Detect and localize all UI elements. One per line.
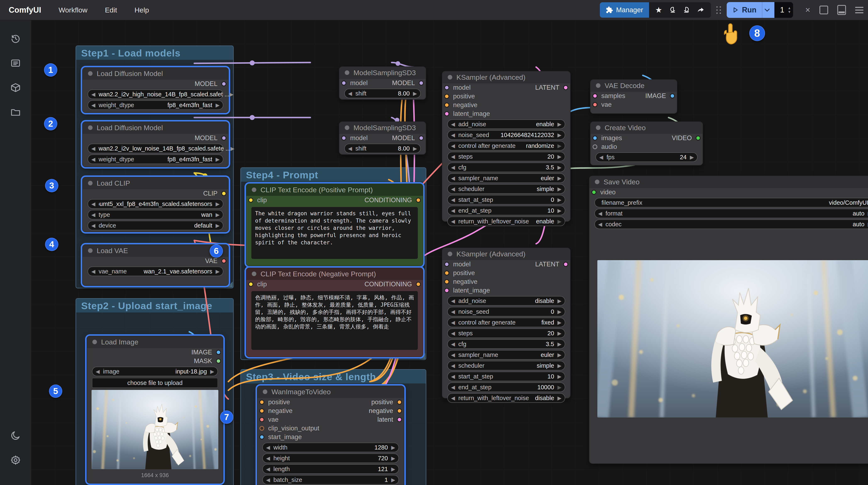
arrow-left-icon[interactable]: ◀ — [266, 466, 270, 472]
collapse-dot[interactable] — [88, 248, 93, 253]
arrow-right-icon[interactable]: ▶ — [558, 384, 561, 390]
arrow-left-icon[interactable]: ◀ — [451, 175, 455, 181]
arrow-right-icon[interactable]: ▶ — [216, 201, 220, 207]
cleaner-icon[interactable] — [669, 6, 676, 14]
input-dot-model[interactable] — [341, 136, 346, 141]
widget-noise-seed[interactable]: ◀noise_seed1042664824122032▶ — [447, 130, 565, 140]
menu-help[interactable]: Help — [134, 6, 149, 14]
widget-fps[interactable]: ◀fps24▶ — [595, 152, 698, 162]
arrow-left-icon[interactable]: ◀ — [598, 221, 602, 228]
output-dot-vae[interactable] — [221, 259, 226, 264]
arrow-left-icon[interactable]: ◀ — [598, 211, 602, 216]
arrow-left-icon[interactable]: ◀ — [451, 121, 455, 127]
node-header[interactable]: ModelSamplingSD3 — [339, 122, 426, 134]
collapse-dot[interactable] — [88, 125, 93, 130]
bottom-panel-toggle[interactable] — [837, 5, 846, 15]
output-dot-model[interactable] — [221, 136, 226, 141]
arrow-right-icon[interactable]: ▶ — [558, 154, 561, 160]
widget-add-noise[interactable]: ◀add_noiseenable▶ — [447, 119, 565, 129]
toolbar-drag-handle[interactable] — [716, 6, 721, 14]
widget-clip-name[interactable]: ◀clip ...umt5_xxl_fp8_e4m3fn_scaled.safe… — [88, 199, 223, 209]
collapse-dot[interactable] — [596, 125, 600, 130]
arrow-right-icon[interactable]: ▶ — [690, 154, 694, 160]
input-dot-audio[interactable] — [593, 145, 597, 149]
input-dot-video[interactable] — [592, 190, 596, 195]
node-create-video[interactable]: Create Video imagesVIDEO audio ◀fps24▶ — [590, 121, 703, 165]
input-dot-clip-vision-output[interactable] — [259, 426, 264, 431]
node-vae-decode[interactable]: VAE Decode samplesIMAGE vae — [590, 79, 677, 114]
output-dot-positive[interactable] — [397, 400, 402, 405]
arrow-right-icon[interactable]: ▶ — [391, 445, 395, 451]
widget-cfg[interactable]: ◀cfg3.5▶ — [447, 339, 565, 349]
widget-height[interactable]: ◀height720▶ — [262, 453, 399, 463]
arrow-right-icon[interactable]: ▶ — [558, 341, 561, 347]
arrow-left-icon[interactable]: ◀ — [451, 309, 455, 315]
widget-batch-size[interactable]: ◀batch_size1▶ — [262, 475, 399, 485]
widget-return-with-leftover-noise[interactable]: ◀return_with_leftover_noiseenable▶ — [447, 216, 565, 226]
arrow-right-icon[interactable]: ▶ — [558, 186, 561, 192]
arrow-right-icon[interactable]: ▶ — [558, 320, 561, 326]
theme-toggle-button[interactable] — [10, 430, 21, 442]
widget-cfg[interactable]: ◀cfg3.5▶ — [447, 162, 565, 172]
arrow-right-icon[interactable]: ▶ — [229, 91, 234, 97]
widget-noise-seed[interactable]: ◀noise_seed0▶ — [447, 307, 565, 316]
arrow-right-icon[interactable]: ▶ — [391, 477, 395, 483]
node-header[interactable]: Load Diffusion Model — [83, 68, 228, 80]
node-header[interactable]: Load CLIP — [83, 177, 228, 189]
reroute-dot[interactable] — [250, 60, 255, 65]
collapse-dot[interactable] — [263, 390, 267, 394]
batch-count-spinner[interactable]: ▲▼ — [788, 6, 791, 14]
node-header[interactable]: KSampler (Advanced) — [442, 248, 570, 260]
node-load-diffusion-model-1[interactable]: Load Diffusion Model MODEL ◀wan2.2_i2v_h… — [82, 67, 229, 113]
negative-prompt-textarea[interactable]: 色调艳丽, 过曝, 静态, 细节模糊不清, 字幕, 风格, 作品, 画作, 画面… — [251, 291, 418, 350]
arrow-left-icon[interactable]: ◀ — [451, 132, 455, 138]
arrow-left-icon[interactable]: ◀ — [451, 164, 455, 171]
node-header[interactable]: ModelSamplingSD3 — [339, 67, 426, 79]
widget-end-at-step[interactable]: ◀end_at_step10000▶ — [447, 383, 565, 392]
input-dot-vae[interactable] — [593, 102, 597, 107]
input-dot-positive[interactable] — [444, 271, 449, 275]
widget-device[interactable]: ◀devicedefault▶ — [88, 221, 223, 230]
collapse-dot[interactable] — [448, 252, 452, 256]
input-dot-latent-image[interactable] — [444, 112, 449, 116]
widget-weight-dtype[interactable]: ◀weight_dtypefp8_e4m3fn_fast▶ — [88, 100, 223, 110]
arrow-right-icon[interactable]: ▶ — [413, 146, 417, 152]
arrow-left-icon[interactable]: ◀ — [451, 186, 455, 192]
input-dot-positive[interactable] — [444, 94, 449, 99]
run-options-button[interactable] — [762, 2, 774, 18]
widget-width[interactable]: ◀width1280▶ — [262, 443, 399, 452]
node-header[interactable]: CLIP Text Encode (Positive Prompt) — [246, 184, 423, 196]
arrow-right-icon[interactable]: ▶ — [558, 363, 561, 369]
arrow-left-icon[interactable]: ◀ — [451, 373, 455, 380]
node-model-sampling-sd3-1[interactable]: ModelSamplingSD3 modelMODEL ◀shift8.00▶ — [339, 66, 426, 100]
collapse-dot[interactable] — [88, 181, 93, 185]
widget-sampler-name[interactable]: ◀sampler_nameeuler▶ — [447, 350, 565, 360]
output-dot-latent[interactable] — [397, 417, 402, 422]
collapse-dot[interactable] — [595, 180, 599, 184]
input-dot-negative[interactable] — [259, 408, 264, 413]
widget-shift[interactable]: ◀shift8.00▶ — [344, 89, 421, 98]
clear-queue-button[interactable]: × — [805, 5, 810, 15]
arrow-left-icon[interactable]: ◀ — [96, 368, 100, 374]
arrow-right-icon[interactable]: ▶ — [216, 212, 220, 218]
arrow-left-icon[interactable]: ◀ — [451, 143, 455, 149]
arrow-right-icon[interactable]: ▶ — [216, 102, 220, 108]
node-load-clip[interactable]: Load CLIP CLIP ◀clip ...umt5_xxl_fp8_e4m… — [82, 177, 229, 232]
widget-sampler-name[interactable]: ◀sampler_nameeuler▶ — [447, 173, 565, 183]
positive-prompt-textarea[interactable]: The white dragon warrior stands still, e… — [251, 207, 418, 259]
output-dot-mask[interactable] — [216, 359, 221, 364]
arrow-right-icon[interactable]: ▶ — [558, 373, 561, 380]
arrow-left-icon[interactable]: ◀ — [451, 197, 455, 203]
widget-scheduler[interactable]: ◀schedulersimple▶ — [447, 184, 565, 194]
output-dot-model[interactable] — [221, 82, 226, 86]
node-header[interactable]: Load VAE — [83, 245, 228, 256]
node-header[interactable]: CLIP Text Encode (Negative Prompt) — [246, 268, 423, 280]
video-preview[interactable] — [597, 260, 868, 418]
input-dot-clip[interactable] — [248, 198, 253, 203]
arrow-right-icon[interactable]: ▶ — [558, 121, 561, 127]
widget-format[interactable]: ◀formatauto▶ — [594, 209, 868, 218]
node-ksampler-advanced-1[interactable]: KSampler (Advanced) modelLATENT positive… — [442, 71, 570, 222]
arrow-left-icon[interactable]: ◀ — [91, 91, 95, 97]
node-header[interactable]: VAE Decode — [590, 80, 677, 92]
arrow-left-icon[interactable]: ◀ — [91, 201, 95, 207]
